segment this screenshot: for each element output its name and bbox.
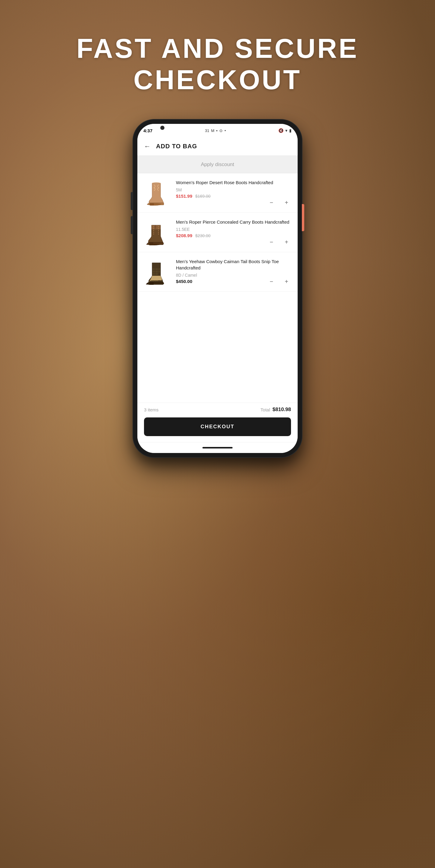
calendar-icon: 31	[205, 128, 209, 133]
qty-plus-2[interactable]: +	[282, 238, 291, 247]
front-camera	[160, 126, 165, 130]
svg-rect-11	[153, 273, 155, 275]
mute-icon: 🔇	[278, 128, 283, 133]
svg-rect-7	[159, 268, 160, 270]
qty-minus-2[interactable]: −	[267, 238, 276, 247]
phone-bottom-bar	[137, 442, 298, 453]
qty-plus-3[interactable]: +	[282, 277, 291, 286]
hero-line1: FAST AND SECURE	[76, 33, 359, 64]
qty-minus-3[interactable]: −	[267, 277, 276, 286]
dot-icon: •	[225, 128, 226, 133]
phone-outer-shell: 4:37 31 M ▪ ⊙ • 🔇 ▾ ▮ ← ADD TO BAG	[133, 120, 302, 457]
product-image-1	[144, 179, 171, 207]
total-section: Total $810.98	[261, 407, 291, 412]
product-sale-price-2: $208.99	[176, 233, 192, 238]
table-row: Women's Roper Desert Rose Boots Handcraf…	[137, 173, 298, 213]
wifi-icon: ▾	[285, 128, 288, 133]
product-details-1: Women's Roper Desert Rose Boots Handcraf…	[176, 179, 291, 198]
qty-controls-2: − +	[267, 238, 291, 247]
table-row: Men's Yeehaw Cowboy Caiman Tail Boots Sn…	[137, 252, 298, 292]
table-row: Men's Roper Pierce Concealed Carry Boots…	[137, 213, 298, 252]
status-time: 4:37	[143, 128, 153, 133]
qty-plus-1[interactable]: +	[282, 198, 291, 207]
product-size-1: 5M	[176, 187, 291, 192]
location-pin-icon: ⊙	[219, 128, 223, 133]
back-button[interactable]: ←	[144, 143, 150, 150]
totals-row: 3 items Total $810.98	[144, 407, 291, 412]
square-icon: ▪	[216, 128, 218, 133]
qty-minus-1[interactable]: −	[267, 198, 276, 207]
checkout-label: CHECKOUT	[201, 424, 234, 430]
product-name-3: Men's Yeehaw Cowboy Caiman Tail Boots Sn…	[176, 258, 291, 271]
svg-rect-1	[150, 203, 154, 206]
battery-icon: ▮	[289, 128, 292, 133]
svg-rect-8	[153, 271, 155, 273]
gmail-icon: M	[211, 128, 214, 133]
svg-rect-2	[155, 225, 156, 229]
hero-line2: CHECKOUT	[133, 65, 302, 95]
checkout-button[interactable]: CHECKOUT	[144, 417, 291, 436]
svg-rect-5	[153, 268, 155, 270]
product-sale-price-1: $151.99	[176, 193, 192, 198]
app-header: ← ADD TO BAG	[137, 137, 298, 156]
product-size-2: 11.5EE	[176, 227, 291, 232]
discount-placeholder: Apply discount	[201, 161, 234, 167]
svg-rect-13	[149, 282, 154, 285]
product-list: Women's Roper Desert Rose Boots Handcraf…	[137, 173, 298, 292]
svg-point-4	[149, 244, 160, 245]
product-details-2: Men's Roper Pierce Concealed Carry Boots…	[176, 219, 291, 238]
home-indicator[interactable]	[202, 447, 233, 448]
product-name-2: Men's Roper Pierce Concealed Carry Boots…	[176, 219, 291, 225]
svg-rect-12	[156, 273, 158, 275]
status-right-icons: 🔇 ▾ ▮	[278, 128, 292, 133]
status-center-icons: 31 M ▪ ⊙ •	[205, 128, 226, 133]
phone-screen: 4:37 31 M ▪ ⊙ • 🔇 ▾ ▮ ← ADD TO BAG	[137, 124, 298, 453]
svg-rect-9	[156, 271, 158, 273]
discount-bar[interactable]: Apply discount	[137, 156, 298, 173]
app-footer: 3 items Total $810.98 CHECKOUT	[137, 403, 298, 442]
product-image-3	[144, 258, 171, 285]
app-content[interactable]: Apply discount	[137, 156, 298, 403]
svg-rect-10	[159, 271, 160, 273]
product-image-2	[144, 219, 171, 246]
page-title: ADD TO BAG	[156, 143, 197, 150]
product-original-price-2: $230.00	[195, 233, 210, 238]
total-label: Total	[261, 407, 270, 412]
qty-controls-1: − +	[267, 198, 291, 207]
hero-section: FAST AND SECURE CHECKOUT	[76, 33, 359, 96]
svg-rect-6	[156, 268, 158, 270]
phone-device: 4:37 31 M ▪ ⊙ • 🔇 ▾ ▮ ← ADD TO BAG	[133, 120, 302, 457]
total-amount: $810.98	[273, 407, 291, 412]
qty-controls-3: − +	[267, 277, 291, 286]
product-original-price-1: $169.00	[195, 194, 210, 198]
product-regular-price-3: $450.00	[176, 279, 192, 284]
items-count: 3 items	[144, 407, 159, 412]
product-name-1: Women's Roper Desert Rose Boots Handcraf…	[176, 179, 291, 186]
